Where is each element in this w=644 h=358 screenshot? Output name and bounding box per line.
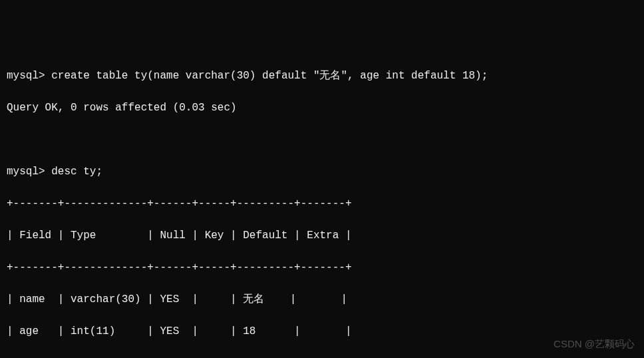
desc-header: | Field | Type | Null | Key | Default | … — [7, 228, 637, 244]
desc-row: | name | varchar(30) | YES | | 无名 | | — [7, 291, 637, 307]
create-table-result: Query OK, 0 rows affected (0.03 sec) — [7, 100, 637, 116]
create-table-command: mysql> create table ty(name varchar(30) … — [7, 68, 637, 84]
command-text: desc ty; — [51, 166, 102, 178]
command-text: create table ty(name varchar(30) default… — [51, 70, 488, 82]
desc-border-bot: +-------+-------------+------+-----+----… — [7, 355, 637, 358]
blank-line — [7, 132, 637, 148]
watermark: CSDN @艺颗码心 — [554, 337, 635, 352]
desc-border-top: +-------+-------------+------+-----+----… — [7, 196, 637, 212]
desc-row: | age | int(11) | YES | | 18 | | — [7, 323, 637, 339]
desc-command: mysql> desc ty; — [7, 164, 637, 180]
mysql-prompt: mysql> — [7, 70, 45, 82]
mysql-prompt: mysql> — [7, 166, 45, 178]
desc-border-mid: +-------+-------------+------+-----+----… — [7, 260, 637, 275]
